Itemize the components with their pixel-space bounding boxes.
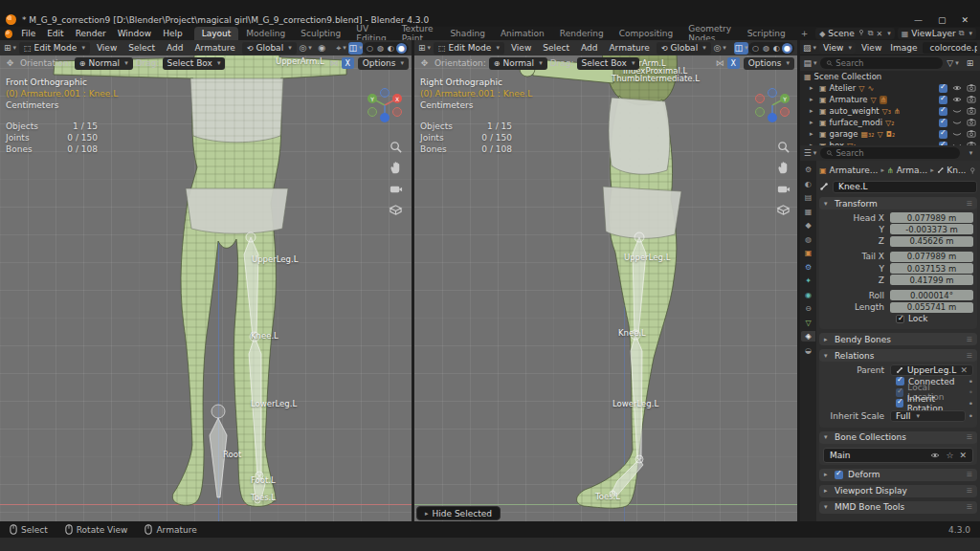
tab-modifiers[interactable]: ⚙ (801, 262, 815, 273)
outliner-row-auto-weight[interactable]: ▸ ▣ auto_weight ▽₃ ⋔ (800, 105, 980, 117)
scene-selector[interactable]: ◆ Scene ⧉ ✕ (815, 28, 895, 39)
tab-geometry-nodes[interactable]: Geometry Nodes (680, 27, 739, 40)
select-menu[interactable]: Select (538, 43, 574, 53)
local-location-checkbox[interactable] (896, 388, 903, 397)
tab-uv-editing[interactable]: UV Editing (348, 27, 393, 40)
drag-dropdown[interactable]: Select Box (163, 57, 226, 70)
breadcrumb-bone[interactable]: Kn... (947, 165, 966, 175)
deform-panel-header[interactable]: ▸ Deform☰ (819, 469, 977, 481)
filter-options-icon[interactable] (963, 147, 977, 159)
connected-checkbox[interactable] (896, 377, 904, 386)
shading-solid-icon[interactable]: ◍ (761, 43, 771, 54)
view-menu[interactable]: View (92, 43, 122, 53)
mirror-x-toggle[interactable]: X (342, 57, 354, 69)
app-menu-icon[interactable] (5, 30, 12, 38)
menu-window[interactable]: Window (112, 27, 158, 40)
overlays-toggle-icon[interactable]: ◫ (348, 42, 363, 55)
add-menu[interactable]: Add (162, 43, 188, 53)
tab-world[interactable]: ◍ (801, 234, 815, 245)
lock-checkbox[interactable] (896, 315, 904, 323)
editor-type-icon[interactable]: ☰ (803, 147, 817, 159)
tail-x-field[interactable]: 0.077989 m (890, 252, 973, 262)
bone-name-field[interactable]: Knee.L (833, 181, 977, 193)
snap-icon[interactable]: ◎ (299, 42, 313, 55)
hidden-eye-icon[interactable] (952, 129, 962, 139)
exclude-checkbox[interactable] (939, 119, 947, 127)
pan-hand-icon[interactable] (776, 161, 791, 175)
exclude-checkbox[interactable] (939, 130, 947, 139)
menu-render[interactable]: Render (70, 27, 112, 40)
disable-render-icon[interactable] (967, 118, 976, 127)
tab-particles[interactable]: ✦ (801, 276, 815, 286)
gizmo-toggle-icon[interactable]: ⌖ (334, 42, 348, 55)
new-collection-icon[interactable]: ⊞ (963, 57, 977, 69)
tab-material[interactable]: ◒ (801, 345, 815, 356)
tab-layout[interactable]: Layout (194, 27, 239, 40)
expand-icon[interactable]: ▸ (810, 130, 816, 138)
viewport-right[interactable]: ⊞ ⬚Edit Mode View Select Add Armature ⟲G… (414, 40, 797, 521)
image-mode-dropdown[interactable]: View (819, 42, 856, 54)
new-view-layer-icon[interactable]: ⧉ (959, 29, 965, 38)
exclude-checkbox[interactable] (939, 107, 947, 116)
maximize-button[interactable]: ▢ (938, 15, 947, 25)
image-menu[interactable]: Image (887, 43, 920, 53)
hide-selected-operator-panel[interactable]: ▸ Hide Selected (416, 506, 501, 520)
transform-panel-header[interactable]: ▾Transform☰ (819, 197, 977, 209)
view-menu[interactable]: View (506, 43, 536, 53)
filter-icon[interactable]: ▽ (946, 57, 960, 69)
properties-search-input[interactable] (835, 148, 954, 158)
hidden-eye-icon[interactable] (952, 118, 962, 127)
tab-sculpting[interactable]: Sculpting (293, 27, 348, 40)
display-mode-icon[interactable]: ▤ (803, 57, 817, 69)
head-y-field[interactable]: -0.003373 m (890, 224, 973, 234)
shading-wireframe-icon[interactable]: ○ (750, 43, 761, 54)
tab-shading[interactable]: Shading (442, 27, 493, 40)
relations-panel-header[interactable]: ▾Relations☰ (819, 349, 977, 362)
expand-icon[interactable]: ▸ (810, 96, 816, 103)
disable-render-icon[interactable] (967, 106, 976, 116)
view-layer-selector[interactable]: ▦ ViewLayer ⧉ (898, 28, 976, 39)
hidden-eye-icon[interactable] (952, 106, 962, 116)
overlays-toggle-icon[interactable]: ◫ (734, 42, 748, 55)
mode-dropdown[interactable]: ⬚Edit Mode (434, 42, 504, 55)
solo-star-icon[interactable]: ☆ (946, 451, 953, 460)
remove-icon[interactable]: ✕ (959, 451, 967, 460)
outliner-search-input[interactable] (835, 58, 937, 68)
disable-render-icon[interactable] (967, 95, 976, 104)
menu-file[interactable]: File (15, 27, 41, 40)
new-scene-icon[interactable]: ⧉ (868, 29, 874, 38)
menu-edit[interactable]: Edit (41, 27, 69, 40)
tab-constraints[interactable]: ⊖ (801, 303, 815, 314)
tab-rendering[interactable]: Rendering (552, 27, 612, 40)
move-tool-icon[interactable]: ✥ (3, 57, 17, 70)
tab-scene[interactable]: ◆ (801, 220, 815, 231)
inherit-scale-dropdown[interactable]: Full (890, 410, 966, 422)
expand-icon[interactable]: ▸ (810, 119, 816, 126)
options-dropdown[interactable]: Options (744, 57, 794, 70)
tab-render[interactable]: ◐ (801, 179, 815, 189)
add-workspace-button[interactable]: + (793, 27, 816, 40)
camera-view-icon[interactable] (776, 182, 791, 196)
close-button[interactable]: ✕ (961, 15, 969, 25)
view-menu[interactable]: View (858, 43, 884, 53)
editor-type-icon[interactable]: ▨ (803, 42, 816, 54)
roll-field[interactable]: 0.000014° (890, 290, 973, 300)
snap-icon[interactable]: ◎ (713, 42, 727, 55)
bendy-bones-panel-header[interactable]: ▸Bendy Bones☰ (819, 333, 977, 345)
head-x-field[interactable]: 0.077989 m (890, 212, 973, 223)
tab-modeling[interactable]: Modeling (238, 27, 293, 40)
deform-checkbox[interactable] (835, 471, 843, 479)
transform-orientation-dropdown[interactable]: ⟲Global (242, 42, 297, 55)
tab-bone[interactable]: ◈ (801, 331, 815, 342)
unlink-scene-icon[interactable]: ✕ (877, 30, 883, 38)
pin-icon[interactable] (969, 166, 977, 175)
tab-scripting[interactable]: Scripting (740, 27, 793, 40)
zoom-icon[interactable] (776, 140, 791, 154)
shading-solid-icon[interactable]: ◍ (375, 43, 386, 54)
toggle-perspective-grid-icon[interactable] (389, 203, 403, 217)
tail-z-field[interactable]: 0.41799 m (890, 275, 973, 285)
tab-texture-paint[interactable]: Texture Paint (394, 27, 443, 40)
viewport-front[interactable]: ⊞ ⬚Edit Mode View Select Add Armature ⟲G… (0, 40, 412, 521)
navigation-gizmo[interactable]: Y (751, 84, 793, 126)
head-z-field[interactable]: 0.45626 m (890, 236, 973, 247)
